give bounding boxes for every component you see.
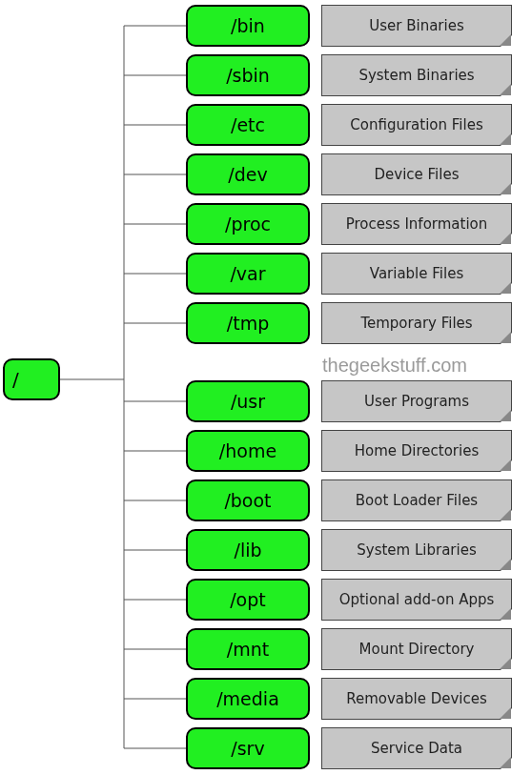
dir-row: /varVariable Files — [186, 252, 512, 296]
dir-row: /etcConfiguration Files — [186, 103, 512, 147]
dir-node: /etc — [186, 104, 310, 146]
watermark: thegeekstuff.com — [322, 355, 467, 377]
desc-note: Configuration Files — [321, 104, 512, 146]
dir-row: /usrUser Programs — [186, 379, 512, 423]
dir-node: /sbin — [186, 54, 310, 96]
desc-note: Mount Directory — [321, 628, 512, 670]
desc-note: Home Directories — [321, 430, 512, 472]
dir-row: /libSystem Libraries — [186, 528, 512, 572]
desc-note: Service Data — [321, 727, 512, 769]
desc-note: Optional add-on Apps — [321, 579, 512, 621]
dir-row: /optOptional add-on Apps — [186, 578, 512, 622]
desc-note: Device Files — [321, 153, 512, 195]
desc-note: System Binaries — [321, 54, 512, 96]
desc-note: Process Information — [321, 203, 512, 245]
dir-node: /proc — [186, 203, 310, 245]
dir-row: /procProcess Information — [186, 202, 512, 246]
dir-row: /mntMount Directory — [186, 627, 512, 671]
dir-node: /home — [186, 430, 310, 472]
dir-row: /mediaRemovable Devices — [186, 677, 512, 721]
dir-node: /opt — [186, 579, 310, 621]
dir-node: /mnt — [186, 628, 310, 670]
desc-note: System Libraries — [321, 529, 512, 571]
dir-node: /tmp — [186, 302, 310, 344]
dir-node: /usr — [186, 380, 310, 422]
dir-node: /bin — [186, 5, 310, 47]
desc-note: Removable Devices — [321, 678, 512, 720]
dir-node: /media — [186, 678, 310, 720]
desc-note: User Programs — [321, 380, 512, 422]
dir-row: /homeHome Directories — [186, 429, 512, 473]
dir-node: /dev — [186, 153, 310, 195]
dir-node: /boot — [186, 479, 310, 521]
dir-node: /var — [186, 253, 310, 295]
dir-node: /srv — [186, 727, 310, 769]
root-node: / — [3, 358, 60, 400]
desc-note: Temporary Files — [321, 302, 512, 344]
desc-note: Boot Loader Files — [321, 479, 512, 521]
dir-row: /binUser Binaries — [186, 4, 512, 48]
dir-row: /bootBoot Loader Files — [186, 479, 512, 522]
filesystem-diagram: / /binUser Binaries/sbinSystem Binaries/… — [0, 0, 532, 775]
dir-row: /tmpTemporary Files — [186, 301, 512, 345]
dir-node: /lib — [186, 529, 310, 571]
root-label: / — [12, 368, 19, 391]
desc-note: User Binaries — [321, 5, 512, 47]
dir-row: /sbinSystem Binaries — [186, 53, 512, 97]
dir-row: /srvService Data — [186, 726, 512, 770]
dir-row: /devDevice Files — [186, 153, 512, 196]
desc-note: Variable Files — [321, 253, 512, 295]
